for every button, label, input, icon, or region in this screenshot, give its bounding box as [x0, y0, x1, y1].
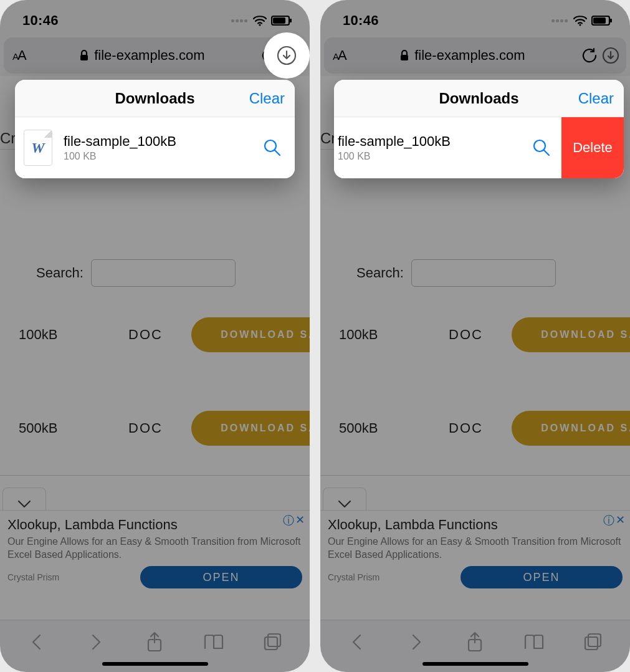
search-row: Search: — [320, 254, 630, 292]
svg-rect-13 — [593, 17, 606, 24]
phone-right: 10:46 AA file-examples.com Cry — [320, 0, 630, 672]
url-bar[interactable]: AA file-examples.com — [4, 37, 306, 74]
lock-icon — [399, 50, 409, 61]
ad-close-icon[interactable]: ✕ — [295, 513, 305, 528]
cellular-dots-icon — [231, 19, 247, 22]
status-bar: 10:46 — [320, 0, 630, 34]
file-size: 500kB — [339, 420, 449, 436]
downloads-popover: Downloads Clear W file-sample_100kB 100 … — [15, 80, 295, 178]
reload-button[interactable] — [579, 45, 600, 66]
downloads-header: Downloads Clear — [15, 80, 295, 117]
ad-controls[interactable]: ⓘ ✕ — [283, 513, 305, 528]
file-row: 100kB DOC DOWNLOAD SA — [320, 288, 630, 382]
download-filename: file-sample_100kB — [64, 133, 259, 150]
share-button[interactable] — [461, 628, 489, 656]
clear-button[interactable]: Clear — [249, 90, 285, 107]
file-row: 500kB DOC DOWNLOAD SA — [0, 382, 310, 475]
status-time: 10:46 — [22, 12, 59, 29]
downloads-header: Downloads Clear — [334, 80, 624, 117]
file-row: 500kB DOC DOWNLOAD SA — [320, 382, 630, 475]
download-button[interactable]: DOWNLOAD SA — [512, 317, 630, 352]
download-button[interactable]: DOWNLOAD SA — [512, 411, 630, 446]
reveal-in-finder-button[interactable] — [259, 134, 286, 161]
divider — [0, 475, 310, 476]
ad-info-icon[interactable]: ⓘ — [603, 513, 614, 528]
back-button[interactable] — [23, 628, 50, 656]
download-filesize: 100 KB — [338, 151, 528, 162]
search-input[interactable] — [411, 259, 556, 287]
url-bar[interactable]: AA file-examples.com — [324, 37, 626, 74]
downloads-button-highlight[interactable] — [264, 32, 310, 79]
ad-open-button[interactable]: OPEN — [461, 566, 623, 588]
reader-aa-button[interactable]: AA — [12, 47, 26, 64]
reader-aa-button[interactable]: AA — [333, 47, 346, 64]
search-label: Search: — [356, 265, 404, 281]
ad-info-icon[interactable]: ⓘ — [283, 513, 294, 528]
tabs-button[interactable] — [580, 628, 607, 656]
battery-icon — [591, 16, 613, 26]
svg-rect-4 — [80, 55, 88, 60]
file-type: DOC — [128, 327, 197, 343]
search-input[interactable] — [91, 259, 236, 287]
ad-brand: Crystal Prism — [7, 572, 59, 582]
svg-rect-12 — [610, 19, 612, 22]
ad-banner[interactable]: ⓘ ✕ Xlookup, Lambda Functions Our Engine… — [320, 510, 630, 593]
svg-rect-8 — [268, 634, 280, 646]
ad-close-icon[interactable]: ✕ — [616, 513, 625, 528]
download-filename: file-sample_100kB — [338, 133, 528, 150]
url-domain[interactable]: file-examples.com — [26, 47, 259, 64]
wifi-icon — [573, 14, 588, 27]
downloads-button[interactable] — [600, 45, 621, 66]
download-button[interactable]: DOWNLOAD SA — [191, 317, 310, 352]
file-type: DOC — [449, 327, 517, 343]
back-button[interactable] — [343, 628, 371, 656]
word-doc-icon: W — [24, 130, 52, 166]
svg-rect-18 — [588, 634, 601, 646]
file-size: 100kB — [339, 327, 449, 343]
phone-left: 10:46 AA file-examples.com Cry — [0, 0, 310, 672]
file-size: 500kB — [19, 420, 128, 436]
svg-point-0 — [259, 24, 260, 26]
ad-banner[interactable]: ⓘ ✕ Xlookup, Lambda Functions Our Engine… — [0, 510, 310, 593]
downloads-popover: Downloads Clear file-sample_100kB 100 KB… — [334, 80, 624, 178]
svg-rect-9 — [265, 637, 277, 650]
svg-rect-2 — [290, 19, 292, 22]
cellular-dots-icon — [551, 19, 568, 22]
svg-rect-14 — [401, 55, 408, 60]
home-indicator[interactable] — [102, 662, 208, 666]
ad-brand: Crystal Prism — [328, 572, 379, 582]
status-time: 10:46 — [343, 12, 379, 29]
file-row: 100kB DOC DOWNLOAD SA — [0, 288, 310, 382]
ad-title: Xlookup, Lambda Functions — [328, 517, 623, 533]
forward-button[interactable] — [82, 628, 110, 656]
ad-open-button[interactable]: OPEN — [140, 566, 302, 588]
clear-button[interactable]: Clear — [578, 90, 614, 107]
search-row: Search: — [0, 254, 310, 292]
download-item[interactable]: W file-sample_100kB 100 KB — [15, 117, 295, 178]
search-label: Search: — [36, 265, 84, 281]
tabs-button[interactable] — [259, 628, 287, 656]
file-type: DOC — [128, 420, 197, 436]
reveal-in-finder-button[interactable] — [528, 134, 555, 161]
forward-button[interactable] — [403, 628, 430, 656]
ad-description: Our Engine Allows for an Easy & Smooth T… — [7, 535, 302, 562]
wifi-icon — [252, 14, 267, 27]
home-indicator[interactable] — [422, 662, 528, 666]
divider — [320, 475, 630, 476]
share-button[interactable] — [141, 628, 168, 656]
bookmarks-button[interactable] — [200, 628, 227, 656]
url-domain[interactable]: file-examples.com — [346, 47, 579, 64]
bookmarks-button[interactable] — [520, 628, 548, 656]
ad-controls[interactable]: ⓘ ✕ — [603, 513, 625, 528]
battery-icon — [271, 16, 292, 26]
url-text: file-examples.com — [414, 47, 525, 64]
download-filesize: 100 KB — [64, 151, 259, 162]
file-size: 100kB — [19, 327, 128, 343]
delete-button[interactable]: Delete — [561, 117, 624, 178]
url-text: file-examples.com — [94, 47, 204, 64]
lock-icon — [79, 50, 89, 61]
status-bar: 10:46 — [0, 0, 310, 34]
file-type: DOC — [449, 420, 517, 436]
ad-title: Xlookup, Lambda Functions — [7, 517, 302, 533]
download-button[interactable]: DOWNLOAD SA — [191, 411, 310, 446]
